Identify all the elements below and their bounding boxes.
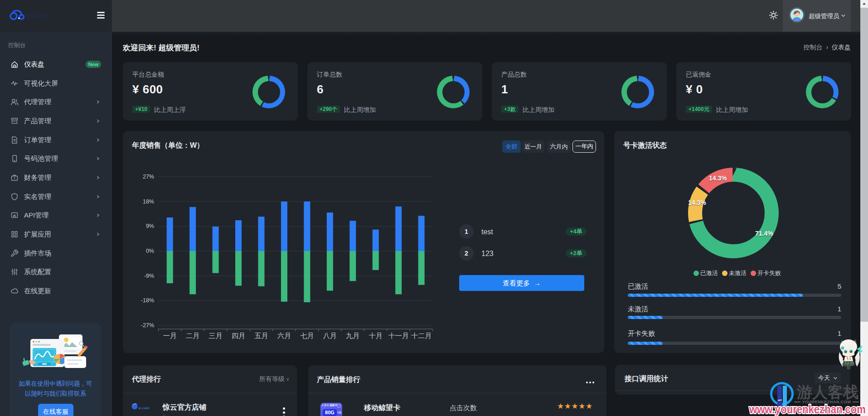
svg-text:www.yourenkezhan.com: www.yourenkezhan.com [749, 403, 866, 416]
svg-text:七月: 七月 [300, 332, 314, 339]
svg-text:W·CARP: W·CARP [138, 407, 150, 410]
svg-text:六月: 六月 [277, 332, 291, 339]
svg-text:-27%: -27% [141, 322, 154, 329]
svg-text:9%: 9% [146, 223, 154, 229]
svg-text:二月: 二月 [186, 332, 199, 339]
svg-text:四月: 四月 [232, 332, 245, 339]
svg-text:0%: 0% [146, 248, 154, 254]
svg-text:九月: 九月 [346, 332, 359, 339]
svg-text:27%: 27% [143, 174, 154, 180]
svg-text:-18%: -18% [141, 297, 154, 304]
svg-text:八月: 八月 [323, 332, 337, 339]
svg-text:-9%: -9% [144, 273, 154, 279]
svg-text:三月: 三月 [209, 332, 223, 339]
svg-text:十一月: 十一月 [388, 332, 409, 339]
svg-text:十月: 十月 [369, 332, 383, 339]
svg-text:五月: 五月 [255, 332, 268, 339]
svg-text:十二月: 十二月 [411, 332, 432, 339]
svg-text:JINGYUN: JINGYUN [26, 14, 52, 19]
svg-text:18%: 18% [143, 198, 154, 205]
svg-text:一月: 一月 [163, 332, 177, 339]
